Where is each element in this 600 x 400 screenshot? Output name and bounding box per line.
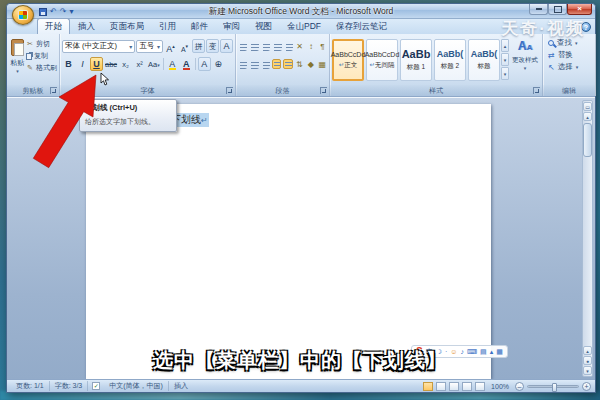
separator (195, 58, 196, 70)
align-right-icon[interactable] (261, 59, 270, 69)
font-size-combobox[interactable]: 五号 ▾ (136, 40, 163, 53)
shading-icon[interactable]: ◆ (306, 59, 315, 69)
tab-insert[interactable]: 插入 (71, 19, 102, 34)
gallery-up-icon[interactable]: ▴ (501, 39, 509, 52)
zoom-level[interactable]: 100% (488, 383, 512, 390)
office-logo-icon (18, 10, 28, 20)
vertical-scrollbar[interactable]: ▭ ▴ ▴ ● ▾ (582, 100, 593, 377)
change-styles-button[interactable]: AA 更改样式 ▾ (510, 36, 540, 84)
increase-indent-icon[interactable] (284, 41, 293, 51)
video-caption: 选中【菜单栏】中的【下划线】 (0, 347, 600, 374)
replace-button[interactable]: ⇄ 替换 (548, 50, 593, 60)
tab-review[interactable]: 审阅 (216, 19, 247, 34)
maximize-button[interactable] (548, 4, 567, 15)
font-name-combobox[interactable]: 宋体 (中文正文) ▾ (62, 40, 135, 53)
mouse-cursor-icon (100, 73, 110, 86)
video-watermark: 天奇·视频 (501, 17, 585, 40)
scroll-up-icon[interactable]: ▴ (583, 112, 592, 121)
align-left-icon[interactable] (238, 59, 247, 69)
gallery-more-icon[interactable]: ▾ (501, 67, 509, 80)
superscript-button[interactable]: x² (133, 57, 146, 71)
select-icon: ↖ (548, 63, 555, 72)
status-bar: 页数: 1/1 字数: 3/3 ✓ 中文(简体，中国) 插入 100% – + (7, 379, 595, 392)
paste-dropdown-icon[interactable]: ▾ (16, 68, 19, 74)
shrink-font-button[interactable]: A▾ (178, 39, 191, 53)
grow-font-button[interactable]: A▴ (164, 39, 177, 53)
paste-button[interactable]: 粘贴 ▾ (9, 36, 26, 82)
fullscreen-reading-view-icon[interactable] (436, 382, 446, 391)
tab-view[interactable]: 视图 (248, 19, 279, 34)
paragraph-mark-icon: ↵ (201, 116, 208, 125)
borders-icon[interactable]: ▦ (317, 59, 327, 69)
asian-layout-icon[interactable]: ✕ (295, 41, 304, 51)
line-spacing-icon[interactable]: ⇅ (295, 59, 304, 69)
office-button[interactable] (12, 5, 34, 25)
zoom-slider-thumb[interactable] (552, 383, 557, 392)
chevron-down-icon: ▾ (157, 62, 160, 68)
paragraph-dialog-launcher-icon[interactable] (320, 87, 327, 94)
insert-mode-indicator[interactable]: 插入 (169, 381, 193, 391)
decrease-indent-icon[interactable] (272, 41, 281, 51)
sort-icon[interactable]: ↕ (306, 41, 315, 51)
style-heading2[interactable]: AaBb( 标题 2 (434, 39, 466, 81)
paste-icon (11, 39, 24, 56)
tab-mailings[interactable]: 邮件 (184, 19, 215, 34)
style-heading1[interactable]: AaBb 标题 1 (400, 39, 432, 81)
styles-dialog-launcher-icon[interactable] (533, 87, 540, 94)
tab-home[interactable]: 开始 (37, 18, 70, 34)
style-normal[interactable]: AaBbCcDd ↵正文 (332, 39, 364, 81)
style-no-spacing[interactable]: AaBbCcDd ↵无间隔 (366, 39, 398, 81)
web-layout-view-icon[interactable] (449, 382, 459, 391)
tab-page-layout[interactable]: 页面布局 (103, 19, 151, 34)
styles-gallery-scroll: ▴ ▾ ▾ (501, 39, 509, 84)
word-count[interactable]: 字数: 3/3 (50, 381, 89, 391)
zoom-out-button[interactable]: – (515, 382, 524, 391)
show-hide-marks-icon[interactable]: ¶ (318, 41, 327, 51)
tab-save-to-cloud[interactable]: 保存到云笔记 (329, 19, 394, 34)
multilevel-list-icon[interactable] (261, 41, 270, 51)
draft-view-icon[interactable] (475, 382, 485, 391)
ruler-toggle-icon[interactable]: ▭ (583, 102, 592, 111)
gallery-down-icon[interactable]: ▾ (501, 53, 509, 66)
document-page[interactable]: 下划线↵ (86, 104, 491, 379)
copy-icon (26, 53, 32, 60)
chevron-down-icon: ▾ (524, 65, 527, 71)
numbering-icon[interactable] (249, 41, 258, 51)
font-color-button[interactable]: A (180, 57, 193, 71)
justify-icon[interactable] (272, 59, 281, 69)
distributed-icon[interactable] (283, 59, 292, 69)
cut-button[interactable]: ✂ 剪切 (26, 39, 57, 49)
window-controls: × (529, 4, 592, 15)
subscript-button[interactable]: x₂ (119, 57, 132, 71)
align-center-icon[interactable] (249, 59, 258, 69)
change-case-aa-button[interactable]: Aa▾ (147, 57, 161, 71)
close-button[interactable]: × (567, 4, 592, 15)
font-dialog-launcher-icon[interactable] (226, 87, 233, 94)
style-title[interactable]: AaBb( 标题 (468, 39, 500, 81)
scrollbar-thumb[interactable] (583, 123, 592, 157)
bullets-icon[interactable] (238, 41, 247, 51)
replace-icon: ⇄ (548, 51, 555, 60)
pinyin-guide-button[interactable]: 拼 (192, 39, 205, 53)
print-layout-view-icon[interactable] (423, 382, 433, 391)
caret-up-icon: ▴ (172, 43, 175, 49)
language-indicator[interactable]: 中文(简体，中国) (104, 381, 169, 391)
chevron-down-icon: ▾ (576, 64, 579, 70)
tab-kingsoft-pdf[interactable]: 金山PDF (280, 19, 328, 34)
zoom-slider[interactable] (527, 385, 579, 388)
spellcheck-icon[interactable]: ✓ (92, 382, 100, 390)
change-case-button[interactable]: 变 (206, 39, 219, 53)
outline-view-icon[interactable] (462, 382, 472, 391)
minimize-button[interactable] (529, 4, 548, 15)
separator (163, 58, 164, 70)
enclose-characters-button[interactable]: ⊕ (212, 57, 225, 71)
select-button[interactable]: ↖ 选择 ▾ (548, 62, 593, 72)
copy-button[interactable]: 复制 (26, 51, 57, 61)
zoom-in-button[interactable]: + (582, 382, 591, 391)
page-count[interactable]: 页数: 1/1 (11, 381, 50, 391)
text-highlight-color-button[interactable]: A (166, 57, 179, 71)
group-editing: 查找 ▾ ⇄ 替换 ↖ 选择 ▾ 编辑 (543, 34, 595, 96)
character-border-button[interactable]: A (220, 39, 233, 53)
tab-references[interactable]: 引用 (152, 19, 183, 34)
character-shading-button[interactable]: A (198, 57, 211, 71)
